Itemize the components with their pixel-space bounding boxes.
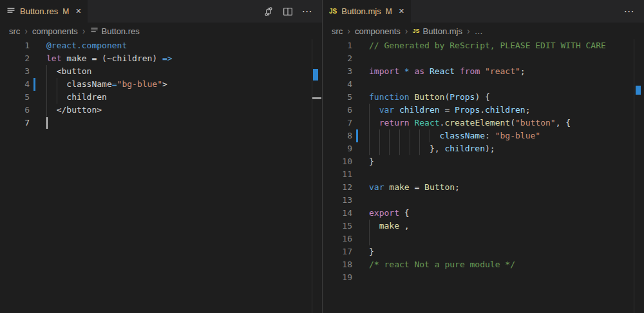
breadcrumb-item[interactable]: src: [9, 26, 20, 36]
code-line[interactable]: 17}: [323, 245, 644, 258]
code-line[interactable]: 19: [323, 271, 644, 284]
indent-guide: [419, 129, 420, 142]
code-line[interactable]: 10}: [323, 155, 644, 168]
git-modified-badge: M: [62, 7, 69, 16]
code-token: {: [399, 208, 410, 218]
breadcrumb-item[interactable]: components: [355, 26, 401, 36]
line-number: 16: [323, 232, 352, 245]
close-icon[interactable]: ✕: [75, 8, 81, 15]
tab-button-res[interactable]: Button.res M ✕: [0, 0, 88, 23]
line-content: [46, 117, 322, 129]
tab-bar-left: Button.res M ✕: [0, 0, 322, 23]
tab-button-mjs[interactable]: JS Button.mjs M ✕: [323, 0, 411, 23]
code-line[interactable]: 13: [323, 194, 644, 207]
code-line[interactable]: 7: [0, 117, 322, 129]
code-token: className: [369, 131, 485, 140]
overview-modified-mark: [636, 86, 641, 95]
code-token: let: [46, 53, 61, 63]
code-line[interactable]: 3import * as React from "react";: [323, 65, 644, 78]
gutter: [352, 142, 369, 155]
breadcrumb-more[interactable]: …: [475, 26, 483, 36]
code-line[interactable]: 5function Button(Props) {: [323, 91, 644, 104]
indent-guide: [46, 104, 47, 117]
javascript-file-icon: JS: [413, 28, 420, 34]
code-line[interactable]: 11: [323, 168, 644, 181]
code-token: React: [430, 66, 455, 76]
code-token: "bg-blue": [495, 131, 540, 140]
close-icon[interactable]: ✕: [399, 8, 404, 15]
breadcrumb-item[interactable]: components: [32, 26, 78, 36]
code-token: var: [369, 182, 389, 192]
breadcrumb-file[interactable]: JS Button.mjs: [413, 26, 462, 36]
code-line[interactable]: 1// Generated by ReScript, PLEASE EDIT W…: [323, 39, 644, 52]
code-token: :: [485, 131, 495, 140]
editor-actions-left: ⋯: [263, 0, 322, 23]
indent-guide: [399, 129, 400, 142]
code-line[interactable]: 2: [323, 52, 644, 65]
indent-guide: [379, 142, 380, 155]
gutter: [352, 271, 369, 284]
code-line[interactable]: 3 <button: [0, 65, 322, 78]
overview-ruler-border: [312, 39, 312, 313]
line-number: 5: [323, 91, 352, 104]
code-line[interactable]: 15 make ,: [323, 220, 644, 232]
code-line[interactable]: 12var make = Button;: [323, 181, 644, 194]
line-content: }, children);: [369, 142, 644, 155]
code-line[interactable]: 18/* react Not a pure module */: [323, 258, 644, 271]
gutter: [352, 220, 369, 232]
code-token: children: [399, 105, 440, 115]
indent-guide: [46, 65, 47, 78]
gutter: [352, 168, 369, 181]
code-line[interactable]: 9 }, children);: [323, 142, 644, 155]
code-editor-right[interactable]: 1// Generated by ReScript, PLEASE EDIT W…: [323, 39, 644, 313]
code-token: "button": [515, 118, 556, 128]
code-token: },: [369, 144, 444, 153]
more-actions-icon[interactable]: ⋯: [623, 6, 635, 17]
breadcrumb-file[interactable]: Button.res: [90, 26, 140, 36]
line-content: function Button(Props) {: [369, 91, 644, 104]
code-token: =>: [162, 53, 173, 63]
code-line[interactable]: 1@react.component: [0, 39, 322, 52]
breadcrumb-file-label: Button.mjs: [423, 26, 462, 36]
indent-guide: [430, 129, 430, 142]
code-token: ;: [526, 105, 531, 115]
tab-label: Button.mjs: [341, 6, 381, 16]
more-actions-icon[interactable]: ⋯: [301, 6, 313, 17]
code-line[interactable]: 4 className="bg-blue">: [0, 78, 322, 91]
line-content: [369, 194, 644, 207]
code-token: }: [369, 247, 374, 256]
code-line[interactable]: 6 var children = Props.children;: [323, 104, 644, 117]
line-content: className: "bg-blue": [369, 129, 644, 142]
open-changes-icon[interactable]: [263, 6, 274, 17]
breadcrumb-item[interactable]: src: [332, 26, 343, 36]
line-content: [369, 232, 644, 245]
indent-guide: [369, 129, 370, 142]
indent-guide: [410, 129, 410, 142]
code-line[interactable]: 2let make = (~children) =>: [0, 52, 322, 65]
code-line[interactable]: 4: [323, 78, 644, 91]
indent-guide: [369, 117, 370, 129]
code-token: ,: [399, 221, 410, 231]
code-line[interactable]: 14export {: [323, 207, 644, 220]
code-line[interactable]: 16: [323, 232, 644, 245]
line-number: 15: [323, 220, 352, 232]
code-editor-left[interactable]: 1@react.component2let make = (~children)…: [0, 39, 322, 313]
code-line[interactable]: 8 className: "bg-blue": [323, 129, 644, 142]
indent-guide: [369, 104, 370, 117]
line-content: @react.component: [46, 39, 322, 52]
code-token: >: [162, 79, 167, 89]
code-token: "bg-blue": [117, 79, 162, 89]
split-editor-icon[interactable]: [282, 6, 294, 17]
code-line[interactable]: 7 return React.createElement("button", {: [323, 117, 644, 129]
overview-ruler-border: [634, 39, 634, 313]
code-line[interactable]: 5 children: [0, 91, 322, 104]
code-token: function: [369, 92, 414, 102]
gutter: [352, 65, 369, 78]
line-number: 2: [323, 52, 352, 65]
line-number: 12: [323, 181, 352, 194]
javascript-file-icon: JS: [329, 8, 337, 15]
overview-modified-mark: [313, 69, 318, 81]
line-content: /* react Not a pure module */: [369, 258, 644, 271]
code-line[interactable]: 6 </button>: [0, 104, 322, 117]
code-token: =: [410, 182, 424, 192]
